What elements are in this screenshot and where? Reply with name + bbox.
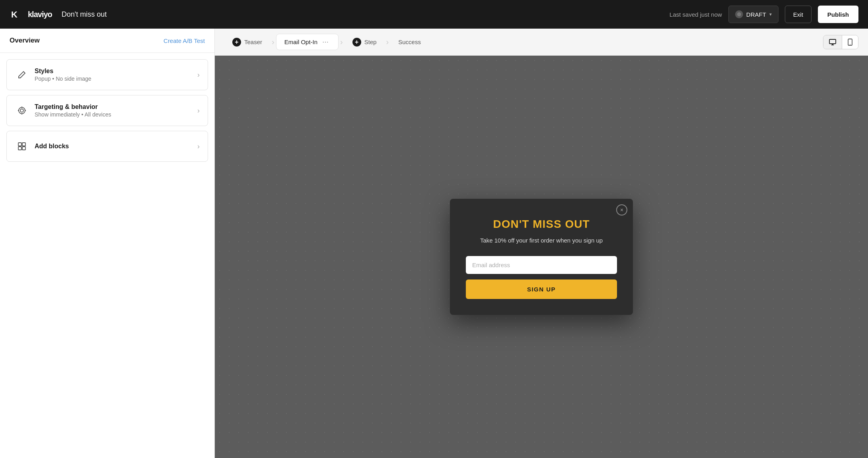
tab-success[interactable]: Success — [390, 35, 429, 49]
svg-text:K: K — [11, 10, 18, 19]
sidebar-title: Overview — [10, 37, 40, 45]
publish-button[interactable]: Publish — [818, 6, 858, 23]
svg-rect-12 — [22, 147, 25, 150]
chevron-right-icon: › — [197, 71, 200, 79]
create-ab-test-link[interactable]: Create A/B Test — [163, 37, 205, 44]
targeting-subtitle: Show immediately • All devices — [35, 111, 197, 118]
sidebar-item-targeting[interactable]: Targeting & behavior Show immediately • … — [6, 95, 208, 126]
sidebar-items-list: Styles Popup • No side image › — [0, 53, 214, 168]
tab-step-label: Step — [364, 39, 377, 45]
draft-label: DRAFT — [746, 11, 766, 18]
blocks-icon — [15, 139, 29, 153]
tab-step[interactable]: + Step — [344, 35, 385, 50]
tab-success-label: Success — [398, 39, 421, 45]
draft-button[interactable]: DRAFT ▾ — [728, 6, 778, 23]
tab-separator-1: › — [272, 37, 274, 47]
desktop-view-button[interactable] — [823, 35, 842, 49]
save-status: Last saved just now — [669, 11, 722, 18]
svg-point-17 — [850, 44, 850, 45]
sidebar-item-styles[interactable]: Styles Popup • No side image › — [6, 59, 208, 90]
styles-content: Styles Popup • No side image — [35, 68, 197, 82]
tab-teaser[interactable]: + Teaser — [224, 35, 270, 50]
tab-email-opt-in[interactable]: Email Opt-In ⋯ — [276, 34, 339, 50]
svg-point-2 — [737, 12, 741, 16]
svg-point-3 — [19, 107, 25, 114]
content-area: + Teaser › Email Opt-In ⋯ › + Step › Suc… — [215, 29, 868, 458]
exit-button[interactable]: Exit — [785, 6, 812, 23]
tab-teaser-label: Teaser — [244, 39, 262, 45]
draft-indicator — [735, 10, 743, 18]
tab-email-opt-in-label: Email Opt-In — [284, 39, 317, 45]
sign-up-button[interactable]: SIGN UP — [466, 279, 617, 299]
styles-title: Styles — [35, 68, 197, 75]
popup-subtitle: Take 10% off your first order when you s… — [466, 236, 617, 245]
chevron-right-icon-2: › — [197, 107, 200, 115]
close-icon: × — [620, 207, 623, 213]
page-title: Don't miss out — [62, 10, 107, 19]
sidebar: Overview Create A/B Test Styles Popup • … — [0, 29, 215, 458]
main-layout: Overview Create A/B Test Styles Popup • … — [0, 29, 868, 458]
targeting-icon — [15, 103, 29, 118]
svg-rect-13 — [829, 39, 836, 44]
chevron-down-icon: ▾ — [769, 12, 772, 17]
add-blocks-title: Add blocks — [35, 143, 197, 150]
svg-rect-9 — [18, 143, 21, 146]
sidebar-header: Overview Create A/B Test — [0, 29, 214, 53]
popup-close-button[interactable]: × — [616, 204, 627, 215]
sidebar-item-add-blocks[interactable]: Add blocks › — [6, 131, 208, 162]
popup-modal: × DON'T MISS OUT Take 10% off your first… — [450, 199, 633, 315]
tab-bar: + Teaser › Email Opt-In ⋯ › + Step › Suc… — [215, 29, 868, 56]
add-blocks-content: Add blocks — [35, 143, 197, 150]
top-navigation: K klaviyo Don't miss out Last saved just… — [0, 0, 868, 29]
view-toggle — [823, 35, 858, 49]
svg-rect-11 — [18, 147, 21, 150]
svg-rect-10 — [22, 143, 25, 146]
targeting-content: Targeting & behavior Show immediately • … — [35, 103, 197, 118]
styles-subtitle: Popup • No side image — [35, 76, 197, 82]
preview-background: × DON'T MISS OUT Take 10% off your first… — [215, 56, 868, 458]
mobile-view-button[interactable] — [842, 35, 858, 49]
svg-point-4 — [20, 109, 23, 112]
chevron-right-icon-3: › — [197, 142, 200, 151]
pen-icon — [15, 68, 29, 82]
tab-separator-3: › — [386, 37, 389, 47]
step-plus-icon: + — [352, 38, 361, 47]
targeting-title: Targeting & behavior — [35, 103, 197, 111]
preview-area: × DON'T MISS OUT Take 10% off your first… — [215, 56, 868, 458]
popup-title: DON'T MISS OUT — [466, 218, 617, 231]
tab-options-icon[interactable]: ⋯ — [321, 37, 330, 47]
tab-separator-2: › — [340, 37, 343, 47]
brand-logo: K klaviyo — [10, 7, 52, 21]
klaviyo-logo-icon: K — [10, 7, 24, 21]
email-input[interactable] — [466, 256, 617, 274]
teaser-plus-icon: + — [232, 38, 241, 47]
brand-name: klaviyo — [28, 10, 52, 19]
